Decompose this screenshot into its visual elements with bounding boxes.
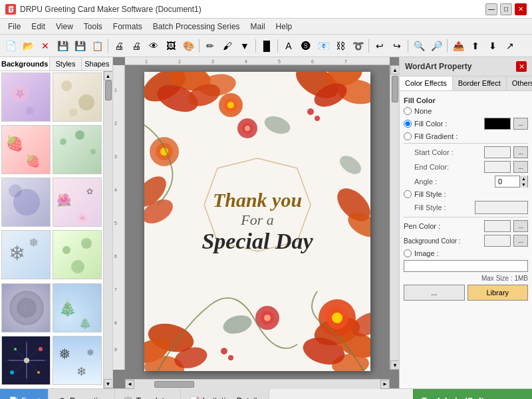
tb-download[interactable]: ⬇ bbox=[485, 38, 501, 54]
scroll-track[interactable] bbox=[104, 80, 113, 379]
thumbnail-bg3[interactable]: 🍓🍓 bbox=[1, 125, 51, 174]
tab-shapes[interactable]: Shapes bbox=[82, 57, 112, 70]
tab-backgrounds[interactable]: Backgrounds bbox=[0, 57, 50, 70]
tb-zoom-out[interactable]: 🔎 bbox=[428, 38, 444, 54]
thumbnail-bg6[interactable]: 🌺🌸✿ bbox=[53, 178, 102, 227]
fill-color-radio[interactable] bbox=[404, 120, 412, 128]
maximize-button[interactable]: □ bbox=[500, 3, 512, 15]
tb-zoom-in[interactable]: 🔍 bbox=[411, 38, 427, 54]
tb-print[interactable]: 🖨 bbox=[111, 38, 127, 54]
vscroll-down[interactable]: ▼ bbox=[390, 360, 399, 370]
panel-close-button[interactable]: ✕ bbox=[516, 61, 527, 72]
fill-color-browse[interactable]: ... bbox=[513, 118, 528, 130]
bg-color-browse[interactable]: ... bbox=[513, 235, 528, 247]
menu-edit[interactable]: Edit bbox=[26, 21, 51, 33]
fill-gradient-radio[interactable] bbox=[404, 132, 412, 140]
thumbnail-bg12[interactable]: ❅❄❅ bbox=[53, 336, 102, 385]
tab-others[interactable]: Others bbox=[507, 76, 532, 90]
thumbnail-bg10[interactable]: 🎄🎄 bbox=[53, 283, 102, 332]
start-color-browse[interactable]: ... bbox=[513, 146, 528, 158]
thumbnail-bg4[interactable] bbox=[53, 125, 102, 174]
tb-connect[interactable]: ⛓ bbox=[332, 38, 348, 54]
app-icon: 🃏 bbox=[5, 4, 16, 15]
none-radio[interactable] bbox=[404, 107, 412, 115]
bottom-tab-invitation[interactable]: 📝 Invitation Details bbox=[181, 389, 269, 399]
tb-print2[interactable]: 🖨 bbox=[128, 38, 144, 54]
bg-color-swatch[interactable] bbox=[484, 235, 511, 247]
hscroll-left[interactable]: ◄ bbox=[125, 380, 134, 389]
pen-color-browse[interactable]: ... bbox=[513, 220, 528, 232]
vscroll-track[interactable] bbox=[390, 74, 399, 360]
thumbnail-bg9[interactable] bbox=[1, 283, 51, 332]
tb-color[interactable]: 🎨 bbox=[180, 38, 196, 54]
tb-save[interactable]: 💾 bbox=[55, 38, 70, 54]
tb-mail[interactable]: 📧 bbox=[315, 38, 331, 54]
scroll-thumb[interactable] bbox=[105, 80, 112, 100]
hscroll-right[interactable]: ► bbox=[380, 380, 390, 389]
minimize-button[interactable]: — bbox=[485, 3, 497, 15]
tb-close[interactable]: ✕ bbox=[37, 38, 53, 54]
tb-dropdown[interactable]: ▼ bbox=[237, 38, 253, 54]
menu-file[interactable]: File bbox=[3, 21, 26, 33]
browse-button[interactable]: ... bbox=[404, 285, 465, 301]
close-button[interactable]: ✕ bbox=[515, 3, 527, 15]
thumbnail-bg11[interactable] bbox=[1, 336, 51, 385]
tb-open[interactable]: 📂 bbox=[20, 38, 36, 54]
tab-color-effects[interactable]: Color Effects bbox=[400, 76, 453, 90]
menu-mail[interactable]: Mail bbox=[245, 21, 271, 33]
tb-link[interactable]: ➰ bbox=[350, 38, 366, 54]
angle-up-arrow[interactable]: ▲ bbox=[519, 176, 527, 182]
tb-share[interactable]: ↗ bbox=[502, 38, 518, 54]
tb-paint[interactable]: 🖌 bbox=[219, 38, 235, 54]
image-path-input[interactable] bbox=[404, 260, 528, 272]
hscroll-thumb[interactable] bbox=[154, 381, 194, 388]
tb-text[interactable]: A bbox=[281, 38, 297, 54]
tb-redo[interactable]: ↪ bbox=[389, 38, 405, 54]
tab-border-effect[interactable]: Border Effect bbox=[453, 76, 507, 90]
ruler-vertical: 1 2 3 4 5 6 7 8 9 bbox=[113, 65, 125, 370]
pen-color-swatch[interactable] bbox=[484, 220, 511, 232]
image-radio[interactable] bbox=[404, 249, 412, 257]
vscroll-thumb[interactable] bbox=[392, 76, 398, 102]
menu-tools[interactable]: Tools bbox=[78, 21, 108, 33]
menu-batch[interactable]: Batch Processing Series bbox=[148, 21, 245, 33]
tb-barcode[interactable]: ▐▌ bbox=[259, 38, 275, 54]
fill-color-swatch[interactable] bbox=[484, 118, 511, 130]
tb-image[interactable]: 🖼 bbox=[163, 38, 179, 54]
start-color-swatch[interactable] bbox=[484, 146, 511, 158]
menu-formats[interactable]: Formats bbox=[108, 21, 148, 33]
tab-styles[interactable]: Styles bbox=[50, 57, 81, 70]
vscroll-up[interactable]: ▲ bbox=[390, 65, 399, 74]
scroll-up-arrow[interactable]: ▲ bbox=[104, 71, 113, 80]
end-color-browse[interactable]: ... bbox=[513, 161, 528, 173]
tb-wordart[interactable]: 🅢 bbox=[298, 38, 314, 54]
angle-spinner[interactable]: 0 ▲ ▼ bbox=[495, 176, 528, 188]
library-button[interactable]: Library bbox=[467, 285, 529, 301]
tb-new[interactable]: 📄 bbox=[3, 38, 19, 54]
thumbnail-bg1[interactable]: 🌸❋ bbox=[1, 72, 51, 122]
tb-undo[interactable]: ↩ bbox=[372, 38, 388, 54]
tb-draw[interactable]: ✏ bbox=[202, 38, 218, 54]
fill-style-select[interactable] bbox=[475, 201, 528, 214]
hscroll-track[interactable] bbox=[134, 380, 380, 389]
tb-upload[interactable]: ⬆ bbox=[467, 38, 483, 54]
tb-save3[interactable]: 📋 bbox=[89, 38, 105, 54]
menu-view[interactable]: View bbox=[51, 21, 78, 33]
bottom-tab-properties[interactable]: ⚙ Properties bbox=[49, 389, 115, 399]
tb-preview[interactable]: 👁 bbox=[146, 38, 162, 54]
tb-export[interactable]: 📤 bbox=[450, 38, 466, 54]
thumbnail-bg7[interactable]: ❄❅ bbox=[1, 230, 51, 279]
svg-text:🎄: 🎄 bbox=[78, 317, 92, 329]
thumbnail-bg8[interactable] bbox=[53, 230, 102, 279]
fill-style-radio[interactable] bbox=[404, 190, 412, 198]
thumbnail-bg5[interactable] bbox=[1, 178, 51, 227]
menu-help[interactable]: Help bbox=[271, 21, 298, 33]
angle-down-arrow[interactable]: ▼ bbox=[519, 182, 527, 188]
end-color-swatch[interactable] bbox=[484, 161, 511, 173]
bottom-tab-front[interactable]: 📄 Front bbox=[0, 389, 49, 399]
tb-save2[interactable]: 💾 bbox=[72, 38, 88, 54]
thumbnail-bg2[interactable] bbox=[53, 72, 102, 122]
vertical-scrollbar: ▲ ▼ bbox=[390, 65, 399, 370]
bottom-tab-templates[interactable]: 📋 Templates bbox=[115, 389, 182, 399]
scroll-down-arrow[interactable]: ▼ bbox=[104, 379, 113, 388]
